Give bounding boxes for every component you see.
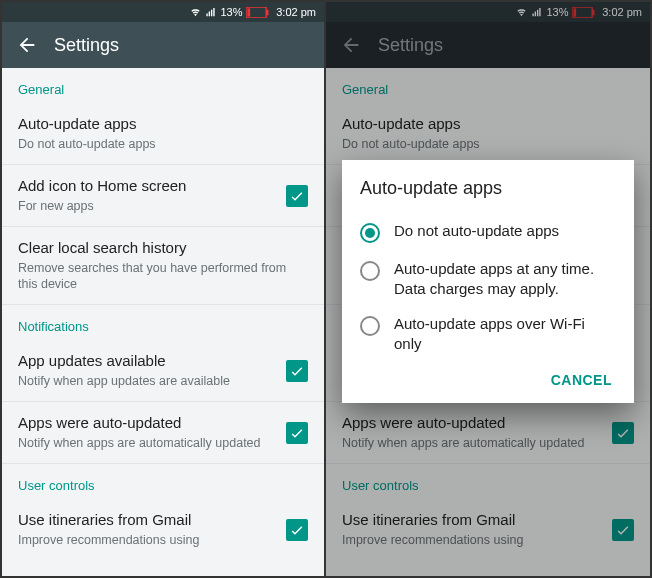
- status-time: 3:02 pm: [276, 6, 316, 18]
- row-add-icon[interactable]: Add icon to Home screen For new apps: [2, 165, 324, 227]
- row-subtitle: Do not auto-update apps: [342, 136, 634, 152]
- radio-unselected-icon[interactable]: [360, 316, 380, 336]
- svg-rect-1: [248, 8, 251, 16]
- radio-label: Auto-update apps at any time. Data charg…: [394, 259, 616, 298]
- app-bar: Settings: [326, 22, 650, 68]
- row-title: Use itineraries from Gmail: [18, 511, 274, 530]
- checkbox-checked-icon: [612, 422, 634, 444]
- section-notifications: Notifications: [2, 305, 324, 340]
- row-subtitle: Remove searches that you have performed …: [18, 260, 308, 293]
- section-general: General: [326, 68, 650, 103]
- row-subtitle: For new apps: [18, 198, 274, 214]
- row-subtitle: Improve recommendations using: [18, 532, 274, 548]
- radio-label: Do not auto-update apps: [394, 221, 559, 241]
- row-title: Add icon to Home screen: [18, 177, 274, 196]
- battery-percent: 13%: [546, 6, 568, 18]
- row-title: Clear local search history: [18, 239, 308, 258]
- dialog-title: Auto-update apps: [360, 178, 616, 199]
- settings-list: General Auto-update apps Do not auto-upd…: [2, 68, 324, 576]
- checkbox-checked-icon[interactable]: [286, 185, 308, 207]
- row-gmail-itineraries[interactable]: Use itineraries from Gmail Improve recom…: [2, 499, 324, 560]
- appbar-title: Settings: [54, 35, 119, 56]
- radio-option-wifi-only[interactable]: Auto-update apps over Wi-Fi only: [360, 306, 616, 361]
- right-screenshot: 13% 3:02 pm Settings General Auto-update…: [326, 2, 650, 576]
- row-auto-update[interactable]: Auto-update apps Do not auto-update apps: [2, 103, 324, 165]
- auto-update-dialog: Auto-update apps Do not auto-update apps…: [342, 160, 634, 403]
- row-title: Apps were auto-updated: [18, 414, 274, 433]
- row-gmail-itineraries: Use itineraries from Gmail Improve recom…: [326, 499, 650, 560]
- row-auto-updated[interactable]: Apps were auto-updated Notify when apps …: [2, 402, 324, 464]
- row-title: App updates available: [18, 352, 274, 371]
- signal-icon: [205, 7, 216, 18]
- radio-selected-icon[interactable]: [360, 223, 380, 243]
- checkbox-checked-icon[interactable]: [286, 422, 308, 444]
- status-bar: 13% 3:02 pm: [326, 2, 650, 22]
- cancel-button[interactable]: CANCEL: [551, 372, 612, 388]
- svg-rect-4: [574, 8, 577, 16]
- status-bar: 13% 3:02 pm: [2, 2, 324, 22]
- wifi-icon: [516, 7, 527, 18]
- row-subtitle: Notify when apps are automatically updat…: [342, 435, 600, 451]
- left-screenshot: 13% 3:02 pm Settings General Auto-update…: [2, 2, 326, 576]
- row-auto-updated: Apps were auto-updated Notify when apps …: [326, 402, 650, 464]
- row-title: Auto-update apps: [342, 115, 634, 134]
- row-subtitle: Notify when app updates are available: [18, 373, 274, 389]
- radio-unselected-icon[interactable]: [360, 261, 380, 281]
- row-clear-search[interactable]: Clear local search history Remove search…: [2, 227, 324, 305]
- back-icon[interactable]: [16, 34, 38, 56]
- row-subtitle: Improve recommendations using: [342, 532, 600, 548]
- back-icon[interactable]: [340, 34, 362, 56]
- checkbox-checked-icon: [612, 519, 634, 541]
- row-title: Auto-update apps: [18, 115, 308, 134]
- svg-rect-2: [267, 9, 269, 14]
- svg-rect-5: [593, 9, 595, 14]
- row-title: Use itineraries from Gmail: [342, 511, 600, 530]
- row-subtitle: Do not auto-update apps: [18, 136, 308, 152]
- row-title: Apps were auto-updated: [342, 414, 600, 433]
- radio-label: Auto-update apps over Wi-Fi only: [394, 314, 616, 353]
- section-general: General: [2, 68, 324, 103]
- row-updates-available[interactable]: App updates available Notify when app up…: [2, 340, 324, 402]
- battery-icon: [246, 7, 270, 18]
- signal-icon: [531, 7, 542, 18]
- checkbox-checked-icon[interactable]: [286, 360, 308, 382]
- battery-icon: [572, 7, 596, 18]
- battery-percent: 13%: [220, 6, 242, 18]
- row-subtitle: Notify when apps are automatically updat…: [18, 435, 274, 451]
- app-bar: Settings: [2, 22, 324, 68]
- section-user-controls: User controls: [2, 464, 324, 499]
- appbar-title: Settings: [378, 35, 443, 56]
- wifi-icon: [190, 7, 201, 18]
- row-auto-update: Auto-update apps Do not auto-update apps: [326, 103, 650, 165]
- section-user-controls: User controls: [326, 464, 650, 499]
- status-time: 3:02 pm: [602, 6, 642, 18]
- checkbox-checked-icon[interactable]: [286, 519, 308, 541]
- radio-option-any-time[interactable]: Auto-update apps at any time. Data charg…: [360, 251, 616, 306]
- radio-option-do-not-update[interactable]: Do not auto-update apps: [360, 213, 616, 251]
